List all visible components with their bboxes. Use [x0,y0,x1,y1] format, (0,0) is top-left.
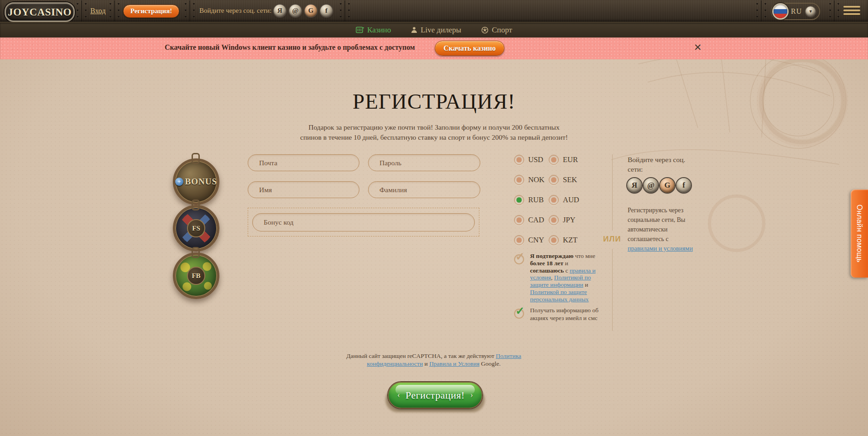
rivet-seam [189,0,190,21]
topbar-social-icons: Я @ G f [274,5,333,17]
terms-of-service-link[interactable]: Правила и Условия [429,360,479,367]
radio-icon-selected [514,195,524,205]
currency-option-rub-selected[interactable]: RUB [514,195,549,215]
rivet-seam [81,0,82,21]
registration-page: JOYCASINO Вход Регистрация! Войдите чере… [0,0,868,436]
yandex-letter: Я [277,7,282,15]
personal-data-policy-link[interactable]: Политикой по защите персональных данных [530,289,589,303]
promo-optin-checkbox[interactable]: ✓ [514,309,524,319]
currency-option-jpy[interactable]: JPY [549,215,583,235]
online-help-tab[interactable]: Онлайн помощь [851,189,868,278]
currency-option-nok[interactable]: NOK [514,175,549,195]
submit-label: Регистрация! [405,389,465,401]
login-link[interactable]: Вход [90,7,106,15]
mailru-icon[interactable]: @ [289,5,301,17]
radio-icon [549,235,559,245]
joycasino-logo[interactable]: JOYCASINO [5,2,75,22]
download-banner: Скачайте новый Windows клиент казино и з… [0,37,868,59]
slot-machine-icon [356,26,364,33]
badge-label: FS [187,219,205,237]
social-column-icons: Я @ G f [627,178,691,193]
dealer-person-icon [411,26,417,33]
age-confirm-text: Я подтверждаю что мне более 18 лет и сог… [530,252,600,303]
checkmark-icon: ✓ [515,305,525,316]
bonus-code-input[interactable] [252,213,475,231]
currency-code: NOK [528,175,545,184]
radio-icon [514,235,524,245]
badge-chain-link [192,153,200,164]
facebook-letter: f [325,7,327,15]
agree-bold: соглашаюсь [530,267,564,274]
currency-option-aud[interactable]: AUD [549,195,583,215]
right-arrow-icon: › [470,390,473,400]
agree-bold: более 18 лет [530,260,563,267]
radio-icon [549,175,559,185]
menu-icon[interactable] [843,6,860,17]
currency-option-cad[interactable]: CAD [514,215,549,235]
currency-code: CNY [528,235,544,245]
russia-flag-icon [774,5,787,18]
google-icon[interactable]: G [660,178,675,193]
close-icon[interactable]: ✕ [694,42,702,53]
rivet-seam [834,0,835,21]
register-button[interactable]: Регистрация! [123,5,179,18]
currency-code: SEK [563,175,577,184]
currency-option-eur[interactable]: EUR [549,155,583,175]
plus-icon: + [175,178,183,186]
rivet-seam [114,0,115,21]
subtitle-line-1: Подарок за регистрацию уже почти твой! З… [308,123,559,131]
social-login-label: Войдите через соц. сети: [199,7,271,15]
yandex-icon[interactable]: Я [274,5,286,17]
last-name-input[interactable] [368,181,480,198]
page-title: РЕГИСТРАЦИЯ! [0,89,868,113]
email-input[interactable] [248,154,359,171]
yandex-letter: Я [632,181,637,190]
yandex-icon[interactable]: Я [627,178,642,193]
age-confirm-checkbox[interactable]: ✓ [514,254,524,264]
arrow-glyph: ▼ [809,9,813,14]
vertical-divider [612,249,613,331]
facebook-letter: f [682,181,685,190]
currency-options: USD EUR NOK SEK RUB AUD CAD JPY CNY KZT [514,155,583,255]
nav-label: Live дилеры [421,26,461,35]
first-name-input[interactable] [248,181,359,198]
nav-tab-live-dealers[interactable]: Live дилеры [411,26,461,35]
currency-code: JPY [563,215,576,225]
agree-bold: Я подтверждаю [530,252,573,259]
google-letter: G [308,7,314,15]
bonus-badge: + BONUS [173,158,219,205]
facebook-icon[interactable]: f [320,5,333,17]
promo-optin-text: Получать информацию об акциях через имей… [530,307,600,322]
currency-code: USD [528,155,543,164]
currency-code: AUD [563,195,579,205]
currency-code: RUB [528,195,544,205]
soccer-ball-icon [481,26,489,34]
download-casino-button[interactable]: Скачать казино [435,41,504,56]
password-input[interactable] [368,154,480,171]
nav-tab-casino[interactable]: Казино [356,26,391,35]
currency-option-sek[interactable]: SEK [549,175,583,195]
vertical-divider [612,154,613,231]
language-selector[interactable]: RU ▼ [771,3,820,20]
free-spins-badge: FS [173,205,219,252]
mailru-letter: @ [292,7,299,15]
recaptcha-note: Данный сайт защищен reCAPTCHA, а так же … [346,352,522,368]
facebook-icon[interactable]: f [676,178,691,193]
currency-code: EUR [563,155,578,164]
mailru-icon[interactable]: @ [644,178,658,193]
radio-icon [514,215,524,225]
logo-text: JOYCASINO [8,6,72,18]
currency-option-usd[interactable]: USD [514,155,549,175]
subtitle-line-2: спинов в течение 10 дней, бесплатную ста… [300,133,568,141]
checkmark-icon: ✓ [515,251,525,262]
badge-label: BONUS [185,177,217,187]
google-icon[interactable]: G [305,5,317,17]
nav-tab-sport[interactable]: Спорт [481,26,512,35]
chevron-down-icon[interactable]: ▼ [806,6,816,16]
radio-icon [549,195,559,205]
currency-code: CAD [528,215,544,225]
rivet-seam [761,0,762,21]
radio-icon [514,175,524,185]
social-terms-link[interactable]: правилами и условиями [628,245,693,252]
submit-registration-button[interactable]: ‹ Регистрация! › [388,382,483,409]
